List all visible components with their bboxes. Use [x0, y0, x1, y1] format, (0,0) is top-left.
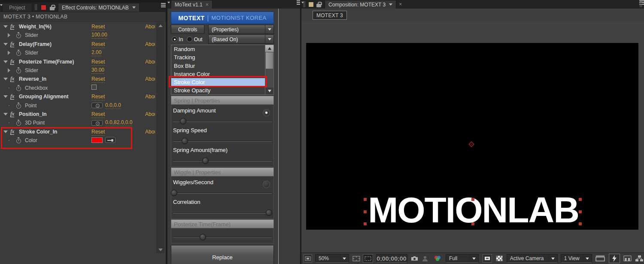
chevron-down-icon[interactable]: [583, 255, 592, 262]
point-target-icon[interactable]: [91, 120, 103, 126]
panel-menu-icon[interactable]: [142, 5, 150, 10]
chevron-down-icon[interactable]: [549, 255, 557, 262]
chevron-down-icon[interactable]: [340, 255, 349, 262]
collapse-triangle-icon[interactable]: [3, 130, 8, 133]
effect-param-row[interactable]: Point0.0,0.0: [0, 101, 155, 110]
reset-link[interactable]: Reset: [91, 76, 105, 83]
close-icon[interactable]: ×: [206, 2, 209, 8]
scroll-down-icon[interactable]: [265, 88, 273, 94]
collapse-triangle-icon[interactable]: [3, 25, 8, 28]
effect-header-row[interactable]: fxGrouping AlignmentResetAbout: [0, 92, 155, 101]
about-link[interactable]: About: [145, 129, 155, 135]
radio-in[interactable]: [172, 36, 177, 42]
param-value-text[interactable]: 30.00: [91, 67, 104, 74]
about-link-text[interactable]: About: [145, 129, 155, 135]
panel-grip-icon[interactable]: [640, 1, 642, 7]
effect-param-row[interactable]: Slider100.00: [0, 31, 155, 39]
properties-dropdown[interactable]: (Properties): [208, 25, 274, 34]
slider-knob[interactable]: [182, 138, 188, 144]
about-link-text[interactable]: About: [145, 41, 155, 47]
chevron-down-icon[interactable]: [389, 3, 392, 6]
anchor-point-marker[interactable]: [468, 141, 474, 147]
slider[interactable]: [173, 209, 272, 217]
slider[interactable]: [173, 233, 272, 242]
effect-param-row[interactable]: Slider2.00: [0, 49, 155, 57]
controls-button[interactable]: Controls: [171, 25, 204, 34]
chevron-down-icon[interactable]: [265, 35, 273, 43]
based-on-dropdown[interactable]: (Based On): [208, 35, 274, 44]
pixel-aspect-icon[interactable]: [595, 254, 606, 263]
effect-param-row[interactable]: Color: [0, 136, 155, 145]
param-value-text[interactable]: 0.0,82.0,0.0: [105, 119, 132, 126]
effect-header-row[interactable]: fxReverse_InResetAbout: [0, 75, 155, 83]
effect-header-row[interactable]: fxDelay(Frame)ResetAbout: [0, 40, 155, 49]
snapshot-camera-icon[interactable]: [410, 254, 419, 263]
effect-param-row[interactable]: Slider30.00: [0, 66, 155, 75]
stopwatch-icon[interactable]: [16, 104, 21, 109]
list-item[interactable]: Random: [171, 45, 265, 53]
view-dropdown[interactable]: Active Camera: [507, 254, 558, 263]
slider-knob[interactable]: [202, 158, 209, 164]
scroll-thumb[interactable]: [266, 52, 273, 69]
effect-header-row[interactable]: fxPosterize Time(Frame)ResetAbout: [0, 58, 155, 66]
chevron-down-icon[interactable]: [265, 25, 273, 33]
slider[interactable]: [173, 157, 272, 165]
list-item[interactable]: Tracking: [171, 53, 265, 61]
expand-triangle-icon[interactable]: [8, 68, 10, 73]
comp-name-button[interactable]: MOTEXT 3: [313, 11, 347, 20]
region-of-interest-icon[interactable]: [363, 254, 373, 263]
collapse-triangle-icon[interactable]: [3, 113, 8, 115]
reset-link[interactable]: Reset: [91, 41, 105, 48]
always-preview-icon[interactable]: [304, 254, 312, 263]
effect-header-row[interactable]: fxWeight_In(%)ResetAbout: [0, 22, 155, 31]
list-item[interactable]: Instance Color: [171, 70, 265, 78]
about-link-text[interactable]: About: [145, 59, 155, 65]
about-link-text[interactable]: About: [145, 94, 155, 100]
close-icon[interactable]: ×: [399, 1, 402, 7]
resolution-dropdown[interactable]: Full: [446, 254, 479, 263]
region-of-interest-button[interactable]: [483, 254, 492, 263]
expand-triangle-icon[interactable]: [8, 33, 10, 37]
reset-link[interactable]: Reset: [91, 24, 105, 30]
about-link[interactable]: About: [145, 111, 155, 117]
collapse-triangle-icon[interactable]: [3, 78, 8, 80]
checkbox[interactable]: [91, 85, 97, 90]
effects-scrollbar[interactable]: [156, 22, 164, 253]
zoom-dropdown[interactable]: 50%: [315, 254, 349, 263]
panel-menu-icon[interactable]: [276, 2, 284, 7]
slider-knob[interactable]: [266, 209, 272, 216]
slider[interactable]: [173, 117, 272, 126]
list-item[interactable]: Box Blur: [171, 62, 265, 70]
slider-knob[interactable]: [171, 190, 177, 196]
scroll-down-icon[interactable]: [156, 246, 164, 253]
lock-icon[interactable]: [316, 2, 321, 7]
about-link[interactable]: About: [145, 94, 155, 100]
color-swatch[interactable]: [91, 137, 103, 143]
reset-link[interactable]: Reset: [91, 59, 105, 66]
show-snapshot-icon[interactable]: [421, 254, 429, 263]
about-link[interactable]: About: [145, 59, 155, 65]
collapse-triangle-icon[interactable]: [3, 61, 8, 63]
lock-icon[interactable]: [50, 5, 55, 10]
slider[interactable]: [173, 137, 272, 146]
timeline-icon[interactable]: [623, 254, 633, 263]
flowchart-icon[interactable]: [635, 254, 644, 263]
about-link[interactable]: About: [145, 76, 155, 82]
transparency-grid-icon[interactable]: [496, 254, 503, 263]
eyedropper-icon[interactable]: [105, 137, 115, 143]
composition-viewer[interactable]: MOTIONLAB: [301, 21, 644, 252]
panel-menu-icon[interactable]: [620, 2, 628, 7]
replace-button[interactable]: Replace: [171, 245, 274, 264]
about-link-text[interactable]: About: [145, 111, 155, 117]
stopwatch-icon[interactable]: [16, 51, 21, 56]
about-link[interactable]: About: [145, 41, 155, 47]
list-item[interactable]: Stroke Color: [171, 78, 265, 86]
effect-param-row[interactable]: 3D Point0.0,82.0,0.0: [0, 118, 155, 127]
stopwatch-icon[interactable]: [16, 86, 21, 91]
stopwatch-icon[interactable]: [16, 139, 21, 143]
param-value-text[interactable]: 100.00: [91, 32, 107, 39]
slider-knob[interactable]: [200, 234, 206, 240]
expand-triangle-icon[interactable]: [8, 51, 10, 55]
grid-guides-icon[interactable]: [352, 254, 361, 263]
stopwatch-icon[interactable]: [16, 69, 21, 73]
